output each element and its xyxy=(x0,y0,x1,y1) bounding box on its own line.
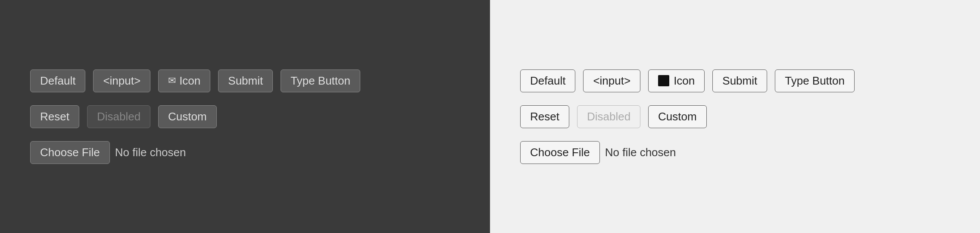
dark-icon-label: Icon xyxy=(179,74,200,88)
light-type-button[interactable]: Type Button xyxy=(775,69,855,92)
dark-default-button[interactable]: Default xyxy=(30,69,85,92)
light-custom-button[interactable]: Custom xyxy=(648,105,707,128)
dark-panel: Default <input> ✉ Icon Submit Type Butto… xyxy=(0,0,490,233)
dark-no-file-text: No file chosen xyxy=(115,146,186,159)
light-input-button[interactable]: <input> xyxy=(583,69,640,92)
dark-reset-button[interactable]: Reset xyxy=(30,105,79,128)
dark-disabled-button: Disabled xyxy=(87,105,150,128)
light-choose-file-button[interactable]: Choose File xyxy=(520,141,600,164)
light-disabled-button: Disabled xyxy=(577,105,640,128)
dark-choose-file-button[interactable]: Choose File xyxy=(30,141,110,164)
light-row-2: Reset Disabled Custom xyxy=(520,105,950,128)
light-icon-label: Icon xyxy=(674,74,695,88)
light-panel: Default <input> Icon Submit Type Button … xyxy=(490,0,980,233)
light-no-file-text: No file chosen xyxy=(605,146,676,159)
dark-custom-button[interactable]: Custom xyxy=(158,105,217,128)
dark-row-1: Default <input> ✉ Icon Submit Type Butto… xyxy=(30,69,460,92)
dark-row-3: Choose File No file chosen xyxy=(30,141,460,164)
square-icon xyxy=(658,75,669,86)
envelope-icon: ✉ xyxy=(168,76,176,85)
dark-row-2: Reset Disabled Custom xyxy=(30,105,460,128)
dark-type-button[interactable]: Type Button xyxy=(281,69,360,92)
light-reset-button[interactable]: Reset xyxy=(520,105,569,128)
dark-icon-button[interactable]: ✉ Icon xyxy=(158,69,210,92)
light-row-1: Default <input> Icon Submit Type Button xyxy=(520,69,950,92)
light-submit-button[interactable]: Submit xyxy=(712,69,767,92)
light-row-3: Choose File No file chosen xyxy=(520,141,950,164)
light-default-button[interactable]: Default xyxy=(520,69,575,92)
dark-input-button[interactable]: <input> xyxy=(93,69,150,92)
dark-submit-button[interactable]: Submit xyxy=(218,69,273,92)
light-icon-button[interactable]: Icon xyxy=(648,69,705,92)
